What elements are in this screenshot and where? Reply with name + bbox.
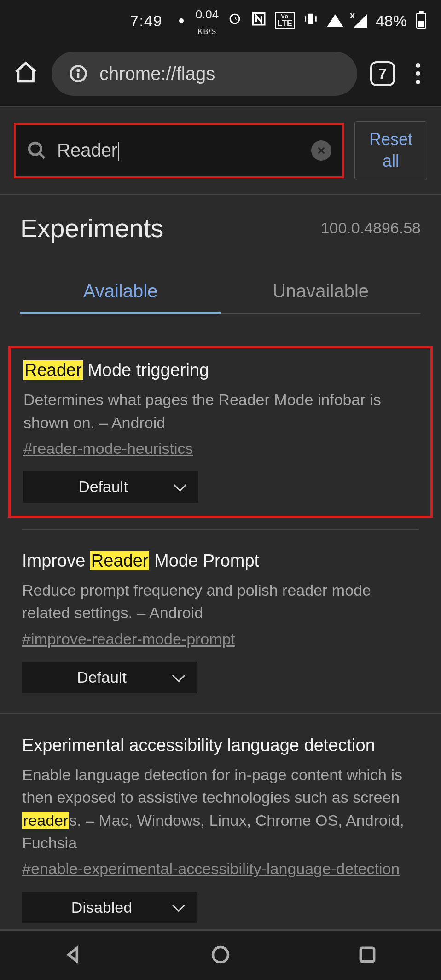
flag-entry: Improve Reader Mode Prompt Reduce prompt…	[0, 530, 441, 714]
flag-dropdown[interactable]: Default	[22, 662, 197, 693]
battery-percent: 48%	[376, 12, 407, 30]
tab-switcher-button[interactable]: 7	[370, 61, 395, 86]
dropdown-value: Disabled	[71, 899, 132, 916]
chevron-down-icon	[172, 669, 185, 682]
flags-tabs: Available Unavailable	[20, 271, 421, 314]
url-text: chrome://flags	[99, 64, 215, 84]
flag-title: Experimental accessibility language dete…	[22, 734, 419, 757]
flag-dropdown[interactable]: Default	[23, 471, 198, 503]
flag-dropdown[interactable]: Disabled	[22, 892, 197, 923]
alarm-icon	[227, 11, 243, 30]
flag-title: Reader Mode triggering	[23, 359, 418, 382]
cellular-signal-icon: x	[352, 14, 367, 28]
text-caret	[118, 142, 119, 161]
flags-search-row: Reader Reset all	[0, 107, 441, 194]
chevron-down-icon	[172, 899, 185, 912]
page-title: Experiments	[20, 213, 163, 243]
recents-button[interactable]	[357, 945, 377, 967]
svg-line-6	[40, 153, 45, 158]
status-time: 7:49	[130, 12, 162, 30]
info-icon	[68, 64, 88, 84]
search-value: Reader	[57, 140, 301, 161]
dropdown-value: Default	[77, 668, 127, 686]
svg-rect-1	[308, 14, 313, 24]
svg-point-9	[213, 947, 228, 962]
network-speed-indicator: 0.04 KB/S	[196, 5, 219, 36]
flag-entry: Reader Mode triggering Determines what p…	[8, 346, 433, 518]
tab-unavailable[interactable]: Unavailable	[220, 271, 421, 313]
dropdown-value: Default	[78, 478, 128, 496]
search-icon	[27, 140, 47, 161]
omnibox[interactable]: chrome://flags	[52, 52, 357, 96]
back-button[interactable]	[64, 945, 84, 967]
flag-anchor[interactable]: #reader-mode-heuristics	[23, 440, 193, 457]
flag-anchor[interactable]: #enable-experimental-accessibility-langu…	[22, 860, 400, 877]
browser-toolbar: chrome://flags 7	[0, 41, 441, 106]
flag-entry: Experimental accessibility language dete…	[0, 714, 441, 944]
flag-title: Improve Reader Mode Prompt	[22, 549, 419, 573]
home-button[interactable]	[13, 60, 39, 87]
volte-icon: Vo LTE	[275, 12, 295, 29]
flags-search-input[interactable]: Reader	[14, 123, 344, 178]
nfc-icon	[251, 11, 267, 30]
tab-available[interactable]: Available	[20, 271, 220, 314]
home-button-system[interactable]	[210, 945, 231, 967]
svg-rect-10	[361, 948, 374, 961]
dot-separator-icon	[179, 18, 184, 23]
flag-description: Determines what pages the Reader Mode in…	[23, 389, 418, 434]
reset-all-button[interactable]: Reset all	[354, 121, 427, 180]
svg-point-4	[78, 70, 79, 71]
flag-description: Reduce prompt frequency and polish reade…	[22, 579, 419, 625]
page-header: Experiments 100.0.4896.58	[0, 195, 441, 271]
system-nav-bar	[0, 929, 441, 980]
clear-search-button[interactable]	[311, 140, 331, 161]
status-bar: 7:49 0.04 KB/S Vo LTE x 48%	[0, 0, 441, 41]
flags-page: Reader Reset all Experiments 100.0.4896.…	[0, 107, 441, 944]
flag-anchor[interactable]: #improve-reader-mode-prompt	[22, 630, 235, 648]
wifi-icon	[327, 14, 343, 27]
vibrate-icon	[303, 11, 319, 30]
battery-icon	[416, 13, 426, 29]
close-icon	[316, 145, 326, 156]
overflow-menu-button[interactable]	[408, 63, 428, 84]
chrome-version: 100.0.4896.58	[321, 219, 421, 237]
chevron-down-icon	[174, 479, 186, 492]
svg-point-5	[29, 143, 41, 155]
flag-description: Enable language detection for in-page co…	[22, 764, 419, 854]
